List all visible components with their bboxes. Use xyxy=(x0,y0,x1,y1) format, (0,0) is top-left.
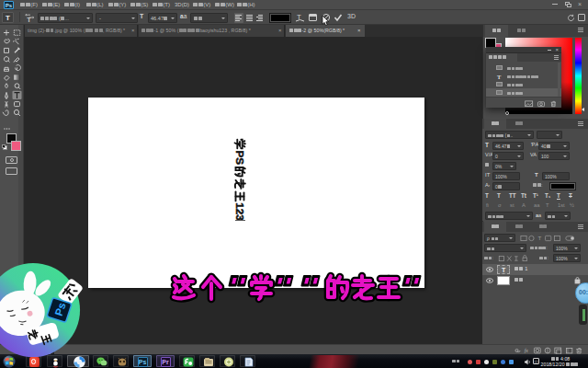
svg-text:T: T xyxy=(538,235,542,241)
svg-text:PS: PS xyxy=(234,151,246,166)
svg-text:123: 123 xyxy=(234,202,246,221)
svg-text:fx: fx xyxy=(525,348,529,353)
svg-text:T: T xyxy=(27,16,31,23)
